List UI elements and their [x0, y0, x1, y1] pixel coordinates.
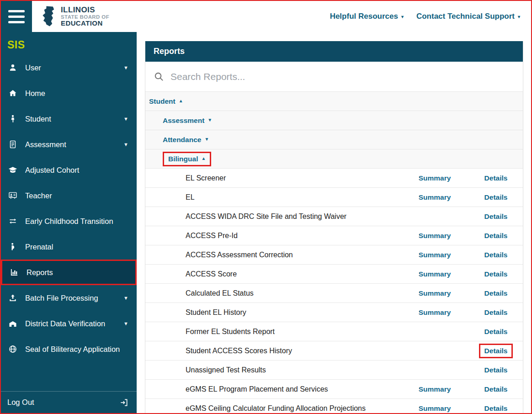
- sidebar-item-seal-of-biliteracy-application[interactable]: Seal of Biliteracy Application: [1, 336, 137, 362]
- top-link-label: Contact Technical Support: [416, 12, 515, 21]
- details-link[interactable]: Details: [484, 308, 508, 316]
- hamburger-menu-button[interactable]: [1, 1, 32, 32]
- sidebar-item-student[interactable]: Student▼: [1, 106, 137, 132]
- sidebar-item-label: Adjusted Cohort: [25, 166, 128, 175]
- report-row-access-assessment-correction: ACCESS Assessment CorrectionSummaryDetai…: [145, 245, 523, 265]
- summary-link[interactable]: Summary: [419, 385, 451, 393]
- category-link-assessment[interactable]: Assessment▼: [163, 117, 212, 125]
- details-cell: Details: [469, 308, 523, 317]
- logo-line1: ILLINOIS: [61, 6, 109, 14]
- category-link-student[interactable]: Student▲: [149, 97, 183, 106]
- details-link[interactable]: Details: [484, 347, 508, 355]
- category-link-attendance[interactable]: Attendance▼: [163, 136, 209, 144]
- summary-cell: Summary: [400, 193, 469, 202]
- summary-link[interactable]: Summary: [419, 193, 451, 201]
- sidebar-item-adjusted-cohort[interactable]: Adjusted Cohort: [1, 157, 137, 183]
- report-name: EL: [145, 193, 400, 202]
- building-icon: [7, 319, 18, 328]
- summary-cell: Summary: [400, 232, 469, 240]
- details-cell: Details: [469, 270, 523, 278]
- summary-link[interactable]: Summary: [419, 289, 451, 297]
- category-row-bilingual: Bilingual▲: [145, 149, 523, 169]
- category-label: Assessment: [163, 117, 204, 125]
- sidebar-item-label: Student: [25, 115, 117, 123]
- logout-icon: [119, 398, 128, 407]
- logo-line3: EDUCATION: [61, 20, 109, 27]
- main-content: Reports Student▲Assessment▼Attendance▼Bi…: [137, 32, 531, 413]
- panel-title: Reports: [145, 41, 523, 62]
- report-row-access-score: ACCESS ScoreSummaryDetails: [145, 265, 523, 284]
- sis-brand: SIS: [1, 32, 137, 55]
- report-row-unassigned-test-results: Unassigned Test ResultsDetails: [145, 361, 523, 380]
- details-link[interactable]: Details: [484, 251, 508, 259]
- details-link[interactable]: Details: [484, 328, 508, 335]
- chevron-up-icon: ▲: [179, 98, 183, 103]
- summary-link[interactable]: Summary: [419, 251, 451, 259]
- report-name: Calculated EL Status: [145, 289, 400, 297]
- summary-cell: Summary: [400, 308, 469, 317]
- report-name: EL Screener: [145, 174, 400, 182]
- summary-link[interactable]: Summary: [419, 308, 451, 316]
- user-icon: [7, 63, 18, 72]
- summary-cell: Summary: [400, 270, 469, 278]
- globe-icon: [7, 345, 18, 354]
- sidebar-item-early-childhood-transition[interactable]: Early Childhood Transition: [1, 208, 137, 234]
- report-name: Student ACCESS Scores History: [145, 347, 400, 355]
- summary-cell: Summary: [400, 251, 469, 259]
- report-name: eGMS Ceiling Calculator Funding Allocati…: [145, 404, 400, 413]
- report-row-access-wida-drc-site-file-and-testing-waiver: ACCESS WIDA DRC Site File and Testing Wa…: [145, 207, 523, 226]
- upload-icon: [7, 293, 18, 303]
- details-link[interactable]: Details: [484, 289, 508, 297]
- details-cell: Details: [469, 232, 523, 240]
- report-name: Student EL History: [145, 308, 400, 317]
- details-link[interactable]: Details: [484, 212, 508, 220]
- sidebar-item-label: User: [25, 64, 117, 72]
- sidebar-item-label: Assessment: [25, 140, 117, 149]
- sidebar-item-teacher[interactable]: Teacher: [1, 183, 137, 208]
- sidebar-item-user[interactable]: User▼: [1, 55, 137, 80]
- report-row-calculated-el-status: Calculated EL StatusSummaryDetails: [145, 284, 523, 303]
- top-link-label: Helpful Resources: [330, 12, 398, 21]
- details-link[interactable]: Details: [484, 270, 508, 278]
- category-label: Student: [149, 97, 176, 106]
- chevron-up-icon: ▲: [201, 156, 206, 161]
- sidebar-item-prenatal[interactable]: Prenatal: [1, 234, 137, 260]
- details-cell: Details: [469, 289, 523, 297]
- details-link[interactable]: Details: [484, 404, 508, 412]
- sidebar-item-assessment[interactable]: Assessment▼: [1, 132, 137, 157]
- report-name: Unassigned Test Results: [145, 366, 400, 374]
- top-bar-white: ILLINOIS STATE BOARD OF EDUCATION Helpfu…: [32, 1, 531, 32]
- search-input[interactable]: [170, 71, 515, 82]
- details-link[interactable]: Details: [484, 232, 508, 239]
- app-window: ILLINOIS STATE BOARD OF EDUCATION Helpfu…: [0, 0, 532, 414]
- sidebar-item-home[interactable]: Home: [1, 80, 137, 106]
- details-link[interactable]: Details: [484, 385, 508, 393]
- summary-link[interactable]: Summary: [419, 404, 451, 412]
- category-link-bilingual[interactable]: Bilingual▲: [168, 155, 206, 163]
- assessment-icon: [7, 140, 18, 149]
- summary-link[interactable]: Summary: [419, 174, 451, 182]
- logout-label: Log Out: [7, 398, 119, 407]
- summary-link[interactable]: Summary: [419, 270, 451, 278]
- sidebar-item-district-data-verification[interactable]: District Data Verification▼: [1, 311, 137, 336]
- chevron-down-icon: ▼: [123, 65, 128, 70]
- details-link[interactable]: Details: [484, 193, 508, 201]
- reports-panel: Reports Student▲Assessment▼Attendance▼Bi…: [145, 41, 523, 413]
- details-link[interactable]: Details: [484, 366, 508, 374]
- sidebar-item-batch-file-processing[interactable]: Batch File Processing▼: [1, 285, 137, 311]
- category-row-assessment: Assessment▼: [145, 111, 523, 130]
- sidebar: SIS User▼HomeStudent▼Assessment▼Adjusted…: [1, 32, 137, 413]
- sidebar-item-log-out[interactable]: Log Out: [1, 391, 137, 413]
- top-link-contact-technical-support[interactable]: Contact Technical Support▾: [416, 12, 520, 21]
- report-name: ACCESS Score: [145, 270, 400, 278]
- details-cell: Details: [469, 404, 523, 413]
- category-label: Attendance: [163, 136, 201, 144]
- summary-link[interactable]: Summary: [419, 232, 451, 239]
- top-links: Helpful Resources▾Contact Technical Supp…: [330, 12, 520, 21]
- details-link[interactable]: Details: [484, 174, 508, 182]
- chevron-down-icon: ▾: [518, 15, 520, 19]
- sidebar-item-label: Early Childhood Transition: [25, 217, 128, 226]
- chevron-down-icon: ▾: [401, 15, 404, 19]
- top-link-helpful-resources[interactable]: Helpful Resources▾: [330, 12, 404, 21]
- sidebar-item-reports[interactable]: Reports: [1, 260, 137, 285]
